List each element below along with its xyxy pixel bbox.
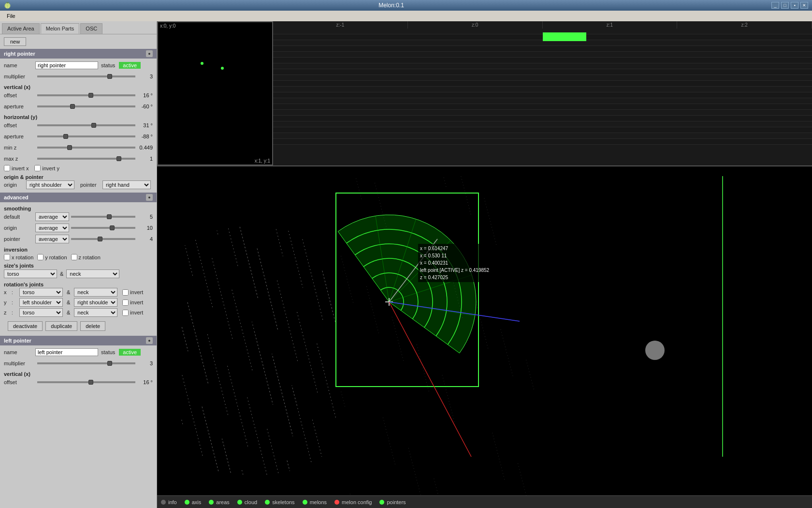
melons-label: melons	[310, 499, 327, 505]
origin-pointer-row: origin right shoulder left shoulder tors…	[4, 180, 153, 189]
smooth-origin-dropdown[interactable]: average none	[35, 224, 69, 232]
hy-aperture-slider[interactable]	[37, 135, 135, 137]
maximize-button[interactable]: ▪	[791, 2, 798, 9]
restore-button[interactable]: □	[781, 2, 789, 9]
rotation-z-right[interactable]: neck torso	[74, 308, 117, 317]
rotation-z-left[interactable]: torso neck	[19, 308, 63, 317]
left-pointer-header: left pointer ●	[0, 336, 157, 345]
cloud-dot	[237, 500, 242, 505]
z-axis-view: z:-1 z:0 z:1 z:2	[273, 21, 812, 165]
smooth-origin-slider[interactable]	[71, 227, 135, 229]
left-vx-offset-slider[interactable]	[37, 381, 135, 383]
info-label: info	[168, 499, 177, 505]
green-dot-2	[221, 67, 224, 70]
tab-osc[interactable]: OSC	[80, 23, 102, 34]
tab-melon-parts[interactable]: Melon Parts	[41, 23, 80, 34]
pointer-dropdown[interactable]: right hand left hand	[102, 180, 151, 189]
z-bars-container	[273, 29, 812, 165]
left-vx-offset-slider-container	[35, 381, 137, 383]
pointers-dot	[379, 500, 384, 505]
right-pointer-close[interactable]: ●	[146, 50, 153, 57]
x-rotation-label[interactable]: x rotation	[4, 254, 33, 260]
tab-active-area[interactable]: Active Area	[2, 23, 40, 34]
camera-view: x:0, y:0 x:1, y:1	[157, 21, 273, 165]
x-rotation-checkbox[interactable]	[4, 254, 10, 260]
hy-offset-slider[interactable]	[37, 124, 135, 126]
rotation-y-invert[interactable]	[122, 299, 129, 306]
origin-dropdown[interactable]: right shoulder left shoulder torso neck	[26, 180, 74, 189]
rotation-z-invert-label[interactable]: invert	[122, 310, 143, 316]
vx-offset-slider[interactable]	[37, 94, 135, 96]
invert-x-label[interactable]: invert x	[4, 165, 29, 171]
new-button[interactable]: new	[4, 37, 26, 46]
hy-offset-label: offset	[4, 122, 35, 128]
advanced-close[interactable]: ●	[146, 194, 153, 201]
info-dot	[161, 500, 166, 505]
smooth-default-slider[interactable]	[71, 216, 135, 218]
smooth-default-dropdown[interactable]: average none	[35, 212, 69, 221]
vx-aperture-value: -60 °	[137, 104, 153, 109]
rotation-x-left[interactable]: torso neck	[19, 288, 63, 297]
rotation-x-right[interactable]: neck torso	[74, 288, 117, 297]
vx-aperture-slider[interactable]	[37, 105, 135, 107]
areas-label: areas	[216, 499, 230, 505]
titlebar-controls: _ □ ▪ ✕	[771, 2, 808, 9]
camera-bottom-label: x:1, y:1	[255, 158, 270, 164]
rotation-y-left[interactable]: left shoulder torso	[19, 298, 63, 307]
close-button[interactable]: ✕	[800, 2, 808, 9]
horizontal-y-label: horizontal (y)	[4, 113, 153, 120]
rotation-joints-label: rotation's joints	[4, 280, 153, 288]
smooth-pointer-label: pointer	[4, 236, 35, 242]
deactivate-button[interactable]: deactivate	[8, 321, 43, 331]
smooth-default-slider-container	[69, 216, 137, 218]
sizes-joints-left[interactable]: torso neck left shoulder right shoulder	[4, 269, 57, 278]
invert-y-checkbox[interactable]	[34, 165, 41, 171]
maxz-slider[interactable]	[37, 158, 135, 160]
name-label: name	[4, 62, 35, 68]
name-input[interactable]	[35, 61, 98, 69]
status-button[interactable]: active	[119, 62, 141, 69]
smooth-pointer-slider[interactable]	[71, 238, 135, 240]
rotation-y-amp: &	[67, 299, 70, 305]
delete-button[interactable]: delete	[80, 321, 105, 331]
minz-row: min z 0.449	[4, 143, 153, 152]
left-multiplier-row: multiplier 3	[4, 359, 153, 368]
rotation-y-right[interactable]: right shoulder torso	[74, 298, 117, 307]
invert-x-checkbox[interactable]	[4, 165, 10, 171]
rotation-z-invert[interactable]	[122, 310, 129, 316]
hy-aperture-slider-container	[35, 135, 137, 137]
left-status-button[interactable]: active	[119, 349, 141, 356]
advanced-form: smoothing default average none 5 origin	[0, 202, 157, 336]
invert-y-label[interactable]: invert y	[34, 165, 59, 171]
duplicate-button[interactable]: duplicate	[45, 321, 77, 331]
view-3d: x = 0.614247 x = 0.530 11 x = 0.400231 l…	[157, 166, 812, 495]
sizes-joints-right[interactable]: neck torso left shoulder right shoulder	[66, 269, 119, 278]
smooth-pointer-dropdown[interactable]: average none	[35, 235, 69, 243]
rotation-x-label: x	[4, 289, 10, 295]
z-label-neg1: z:-1	[273, 21, 408, 29]
multiplier-slider[interactable]	[37, 75, 135, 77]
rotation-z-label: z	[4, 310, 10, 315]
y-rotation-label[interactable]: y rotation	[37, 254, 67, 260]
maxz-label: max z	[4, 156, 35, 162]
rotation-x-invert[interactable]	[122, 289, 129, 296]
minimize-button[interactable]: _	[771, 2, 779, 9]
file-menu[interactable]: File	[3, 12, 19, 20]
left-pointer-close[interactable]: ●	[146, 337, 153, 344]
smooth-default-value: 5	[137, 214, 153, 220]
y-rotation-checkbox[interactable]	[37, 254, 44, 260]
tooltip-line-4: left point [ACTIVE] z = 0.419852	[420, 267, 489, 274]
left-name-input[interactable]	[35, 348, 98, 356]
scene-canvas	[157, 166, 812, 495]
name-row: name status active	[4, 60, 153, 70]
z-rotation-checkbox[interactable]	[71, 254, 77, 260]
minz-slider[interactable]	[37, 147, 135, 149]
left-name-label: name	[4, 349, 35, 355]
multiplier-label: multiplier	[4, 74, 35, 79]
rotation-x-invert-label[interactable]: invert	[122, 289, 143, 296]
z-rotation-label[interactable]: z rotation	[71, 254, 101, 260]
rotation-y-invert-label[interactable]: invert	[122, 299, 143, 306]
vx-offset-slider-container	[35, 94, 137, 96]
left-multiplier-slider[interactable]	[37, 362, 135, 364]
skeletons-dot	[265, 500, 270, 505]
